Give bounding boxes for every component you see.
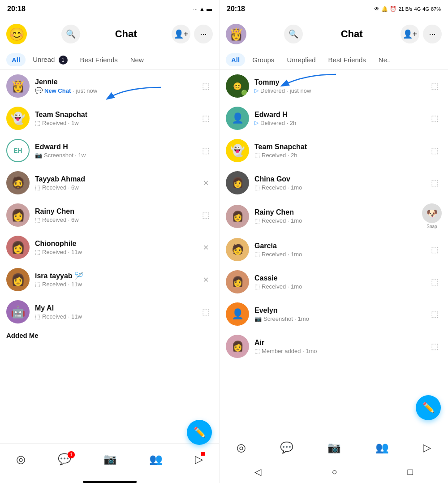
rainy-chen-name-left: Rainy Chen [35, 207, 198, 216]
garcia-info: Garcia ⬚ Received · 1mo [254, 242, 427, 258]
left-nav-friends[interactable]: 👥 [149, 453, 163, 466]
right-more-button[interactable]: ··· [423, 25, 442, 43]
right-add-friend-button[interactable]: 👤+ [401, 25, 419, 43]
chat-item-edward-h-right[interactable]: 👤 Edward H ▷ Delivered · 2h ⬚ [220, 102, 448, 134]
screenshot-icon-evelyn: 📷 [254, 315, 262, 322]
team-snapchat-avatar-right: 👻 [226, 139, 249, 162]
right-nav-camera[interactable]: 📷 [327, 441, 341, 454]
right-header: 👸 🔍 Chat 👤+ ··· [220, 18, 448, 50]
left-nav-map[interactable]: ◎ [16, 453, 26, 466]
left-add-friend-button[interactable]: 👤+ [172, 25, 190, 43]
right-nav-map[interactable]: ◎ [237, 441, 246, 454]
air-avatar: 👩 [226, 335, 249, 358]
team-snapchat-camera-right[interactable]: ⬚ [427, 143, 442, 158]
rainy-chen-snap-label: Snap [426, 224, 437, 229]
chat-item-team-snapchat-left[interactable]: 👻 Team Snapchat ⬚ Received · 1w ⬚ [0, 102, 219, 134]
chat-item-garcia[interactable]: 🧑 Garcia ⬚ Received · 1mo ⬚ [220, 233, 448, 266]
my-ai-camera[interactable]: ⬚ [198, 305, 213, 319]
friends-icon-left: 👥 [149, 453, 163, 466]
chat-item-air[interactable]: 👩 Air ⬚ Member added · 1mo ⬚ [220, 330, 448, 362]
china-gov-camera[interactable]: ⬚ [427, 176, 442, 190]
evelyn-camera[interactable]: ⬚ [427, 307, 442, 321]
right-nav-chat[interactable]: 💬 [280, 441, 293, 454]
chat-item-jennie[interactable]: 👸 Jennie 💬 New Chat · just now ⬚ [0, 70, 219, 102]
tab-all-left[interactable]: All [6, 53, 26, 66]
air-name: Air [254, 339, 427, 347]
rainy-chen-snap-action[interactable]: 🐶 Snap [422, 203, 442, 229]
jennie-camera[interactable]: ⬚ [198, 79, 213, 93]
edward-h-camera-left[interactable]: ⬚ [198, 143, 213, 158]
chat-item-tayyab-ahmad[interactable]: 🧔 Tayyab Ahmad ⬚ Received · 6w ✕ [0, 167, 219, 199]
tayyab-close[interactable]: ✕ [198, 176, 213, 190]
tab-all-right[interactable]: All [226, 53, 245, 66]
edward-h-sub-left: 📷 Screenshot · 1w [35, 152, 198, 159]
left-search-button[interactable]: 🔍 [61, 25, 80, 43]
chat-item-rainy-chen-right[interactable]: 👩 Rainy Chen ⬚ Received · 1mo 🐶 Snap [220, 199, 448, 233]
edward-h-camera-right[interactable]: ⬚ [427, 111, 442, 125]
chionophile-avatar: 👩 [6, 236, 30, 259]
right-profile-avatar[interactable]: 👸 [226, 24, 246, 44]
tab-unreplied-right[interactable]: Unreplied [281, 53, 321, 66]
right-chat-list: 😊 🟢 Tommy ▷ Delivered · just now ⬚ [220, 70, 448, 434]
chat-nav-badge: 1 [68, 451, 75, 458]
right-fab[interactable]: ✏️ [416, 395, 441, 420]
android-back[interactable]: ◁ [254, 466, 261, 477]
chat-item-china-gov[interactable]: 👩 China Gov ⬚ Received · 1mo ⬚ [220, 167, 448, 199]
china-gov-avatar: 👩 [226, 171, 249, 194]
chat-item-team-snapchat-right[interactable]: 👻 Team Snapchat ⬚ Received · 2h ⬚ [220, 134, 448, 167]
left-title: Chat [115, 28, 137, 40]
left-nav-camera[interactable]: 📷 [103, 453, 117, 466]
china-gov-sub: ⬚ Received · 1mo [254, 184, 427, 191]
tommy-sub: ▷ Delivered · just now [254, 87, 427, 94]
chionophile-close[interactable]: ✕ [198, 240, 213, 254]
garcia-camera[interactable]: ⬚ [427, 242, 442, 257]
evelyn-sub: 📷 Screenshot · 1mo [254, 315, 427, 322]
stories-badge-left [201, 452, 205, 456]
team-snapchat-camera-left[interactable]: ⬚ [198, 111, 213, 125]
chat-item-my-ai[interactable]: 🤖 My AI ⬚ Received · 11w ⬚ [0, 296, 219, 328]
rainy-chen-camera-left[interactable]: ⬚ [198, 208, 213, 222]
android-home[interactable]: ○ [332, 467, 337, 477]
left-header-right: 👤+ ··· [172, 25, 213, 43]
tab-new-right[interactable]: Ne... [373, 53, 391, 66]
jennie-info: Jennie 💬 New Chat · just now [35, 78, 198, 94]
chat-item-tommy[interactable]: 😊 🟢 Tommy ▷ Delivered · just now ⬚ [220, 70, 448, 102]
cassie-camera[interactable]: ⬚ [427, 275, 442, 289]
chat-item-chionophile[interactable]: 👩 Chionophile ⬚ Received · 11w ✕ [0, 231, 219, 263]
left-more-button[interactable]: ··· [194, 25, 213, 43]
chat-item-evelyn[interactable]: 👤 Evelyn 📷 Screenshot · 1mo ⬚ [220, 298, 448, 330]
left-fab[interactable]: ✏️ [187, 420, 212, 445]
chat-item-isra-tayyab[interactable]: 👩 isra tayyab 🪡 ⬚ Received · 11w ✕ [0, 263, 219, 296]
left-nav-chat[interactable]: 💬 1 [58, 453, 71, 466]
tab-new-left[interactable]: New [125, 53, 149, 66]
chionophile-sub: ⬚ Received · 11w [35, 249, 198, 255]
map-icon: ◎ [16, 453, 26, 466]
air-camera[interactable]: ⬚ [427, 339, 442, 354]
right-panel: 20:18 👁 🔔 ⏰ 21 B/s 4G 4G 87% 👸 🔍 Chat 👤+… [220, 0, 448, 483]
isra-close[interactable]: ✕ [198, 272, 213, 287]
tab-groups-right[interactable]: Groups [247, 53, 280, 66]
tommy-camera[interactable]: ⬚ [427, 79, 442, 93]
chat-item-edward-h-left[interactable]: EH Edward H 📷 Screenshot · 1w ⬚ [0, 134, 219, 167]
edward-h-name-right: Edward H [254, 111, 427, 119]
left-profile-avatar[interactable]: 😊 [6, 24, 27, 44]
android-recents[interactable]: □ [407, 467, 413, 477]
friends-icon-right: 👥 [375, 441, 389, 454]
tommy-name: Tommy [254, 78, 427, 86]
tab-unread-left[interactable]: Unread 1 [27, 53, 73, 67]
team-snapchat-sub-left: ⬚ Received · 1w [35, 120, 198, 126]
camera-nav-icon-left: 📷 [103, 453, 117, 466]
right-nav-friends[interactable]: 👥 [375, 441, 389, 454]
garcia-name: Garcia [254, 242, 427, 250]
right-tabs: All Groups Unreplied Best Friends Ne... [220, 50, 448, 70]
left-home-indicator [83, 481, 137, 483]
chat-item-rainy-chen-left[interactable]: 👩 Rainy Chen ⬚ Received · 6w ⬚ [0, 199, 219, 231]
right-search-button[interactable]: 🔍 [284, 25, 303, 43]
delivered-arrow-edward: ▷ [254, 120, 258, 126]
chat-item-cassie[interactable]: 👩 Cassie ⬚ Received · 1mo ⬚ [220, 266, 448, 298]
left-panel: 20:18 ··· ▲ ▬ 😊 🔍 Chat 👤+ ··· All Unread… [0, 0, 220, 483]
tab-best-friends-left[interactable]: Best Friends [75, 53, 123, 66]
right-nav-stories[interactable]: ▷ [423, 441, 431, 454]
left-nav-stories[interactable]: ▷ [195, 453, 203, 466]
tab-best-friends-right[interactable]: Best Friends [323, 53, 371, 66]
